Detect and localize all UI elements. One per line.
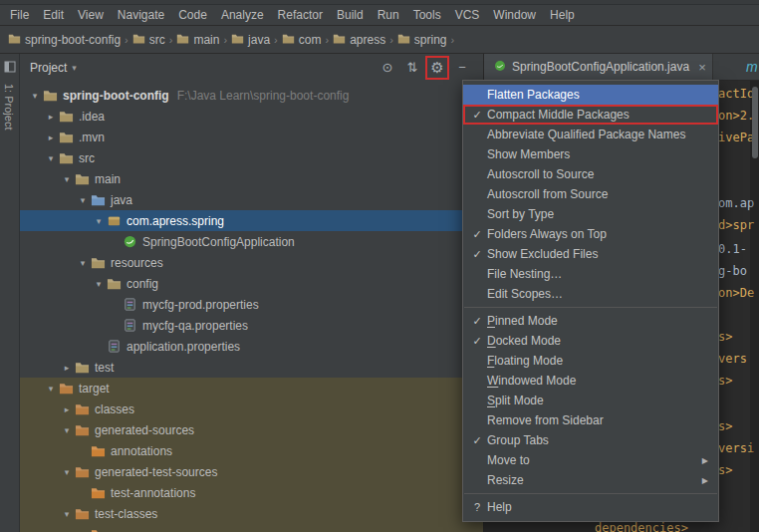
tree-item-idea[interactable]: ▸.idea	[20, 106, 483, 127]
breadcrumb-item-main[interactable]: main	[176, 32, 219, 48]
chevron-expanded-icon[interactable]: ▾	[76, 195, 90, 205]
menu-item-flatten-packages[interactable]: Flatten Packages	[463, 85, 718, 105]
menu-item-windowed-mode[interactable]: Windowed Mode	[463, 371, 718, 391]
breadcrumb-item-spring[interactable]: spring	[397, 32, 447, 48]
tree-item-annotations[interactable]: annotations	[20, 440, 483, 461]
locate-file-icon[interactable]: ⊙	[379, 59, 396, 77]
menu-item-floating-mode[interactable]: Floating Mode	[463, 351, 718, 371]
menu-item-group-tabs[interactable]: ✓Group Tabs	[463, 430, 718, 450]
gear-icon[interactable]: ⚙	[428, 59, 446, 77]
chevron-expanded-icon[interactable]: ▾	[60, 467, 74, 477]
menu-item-split-mode[interactable]: Split Mode	[463, 391, 718, 410]
folder-icon	[397, 32, 410, 48]
chevron-expanded-icon[interactable]: ▾	[44, 153, 58, 163]
menu-item-autoscroll-from-source[interactable]: Autoscroll from Source	[463, 184, 718, 204]
collapse-all-icon[interactable]: ⇅	[403, 59, 421, 77]
menubar-item-analyze[interactable]: Analyze	[214, 6, 271, 24]
breadcrumb-item-src[interactable]: src	[132, 32, 165, 48]
code-fragment: on>2.	[718, 109, 754, 123]
tree-item-generated-sources[interactable]: ▾generated-sources	[20, 419, 483, 440]
project-tree: ▾spring-boot-configF:\Java Learn\spring-…	[20, 81, 483, 532]
close-icon[interactable]: ×	[698, 60, 706, 75]
menu-item-edit-scopes[interactable]: Edit Scopes…	[463, 284, 718, 304]
chevron-expanded-icon[interactable]: ▾	[28, 91, 42, 101]
chevron-collapsed-icon[interactable]: ▸	[44, 112, 58, 122]
menubar-item-window[interactable]: Window	[486, 6, 543, 24]
tree-item-path: F:\Java Learn\spring-boot-config	[177, 89, 350, 103]
menubar-item-file[interactable]: File	[3, 6, 36, 24]
breadcrumb-item-java[interactable]: java	[231, 32, 270, 48]
tree-item-partial[interactable]	[20, 524, 483, 532]
menu-item-show-members[interactable]: Show Members	[463, 144, 718, 164]
tree-item-com-apress-spring[interactable]: ▾com.apress.spring	[20, 210, 483, 231]
menubar-item-refactor[interactable]: Refactor	[271, 6, 330, 24]
tree-item-test-annotations[interactable]: test-annotations	[20, 482, 483, 503]
hide-panel-icon[interactable]: −	[453, 59, 471, 77]
folder-icon	[74, 360, 90, 376]
tree-item-resources[interactable]: ▾resources	[20, 252, 483, 273]
menubar-item-view[interactable]: View	[71, 6, 111, 24]
menu-item-autoscroll-to-source[interactable]: Autoscroll to Source	[463, 164, 718, 184]
project-panel-title[interactable]: Project	[30, 61, 67, 75]
breadcrumb-item-com[interactable]: com	[282, 32, 322, 48]
chevron-expanded-icon[interactable]: ▾	[92, 279, 106, 289]
tree-item-classes[interactable]: ▸classes	[20, 399, 483, 419]
tree-item-label: test-classes	[95, 507, 157, 521]
tree-item-springbootconfigapplication[interactable]: SpringBootConfigApplication	[20, 231, 483, 252]
tree-item-mvn[interactable]: ▸.mvn	[20, 127, 483, 147]
folder-icon	[42, 88, 58, 104]
tree-item-label: target	[79, 382, 110, 396]
tab-pom[interactable]: m	[743, 54, 759, 80]
chevron-expanded-icon[interactable]: ▾	[60, 174, 74, 184]
scrollbar-thumb[interactable]	[752, 87, 758, 158]
chevron-collapsed-icon[interactable]: ▸	[44, 133, 58, 142]
tree-item-config[interactable]: ▾config	[20, 273, 483, 294]
menu-item-help[interactable]: ?Help	[463, 497, 718, 517]
tree-item-mycfg-prod-properties[interactable]: mycfg-prod.properties	[20, 294, 483, 315]
tree-item-java[interactable]: ▾java	[20, 189, 483, 210]
tree-item-mycfg-qa-properties[interactable]: mycfg-qa.properties	[20, 315, 483, 336]
menu-item-move-to[interactable]: Move to▶	[463, 450, 718, 470]
tree-item-generated-test-sources[interactable]: ▾generated-test-sources	[20, 461, 483, 482]
chevron-collapsed-icon[interactable]: ▸	[60, 404, 74, 414]
menu-item-pinned-mode[interactable]: ✓Pinned Mode	[463, 311, 718, 331]
menu-item-docked-mode[interactable]: ✓Docked Mode	[463, 331, 718, 351]
chevron-expanded-icon[interactable]: ▾	[76, 258, 90, 268]
tool-window-stripe-label[interactable]: 1: Project	[3, 84, 15, 130]
menu-item-show-excluded-files[interactable]: ✓Show Excluded Files	[463, 244, 718, 264]
menubar-item-run[interactable]: Run	[371, 6, 406, 24]
breadcrumb-item-apress[interactable]: apress	[333, 32, 385, 48]
menu-item-folders-always-on-top[interactable]: ✓Folders Always on Top	[463, 224, 718, 244]
menu-item-resize[interactable]: Resize▶	[463, 470, 718, 490]
menu-item-compact-middle-packages[interactable]: ✓Compact Middle Packages	[463, 105, 718, 125]
tree-item-label: mycfg-prod.properties	[142, 298, 259, 312]
tree-item-src[interactable]: ▾src	[20, 147, 483, 168]
menubar-item-navigate[interactable]: Navigate	[111, 6, 171, 24]
tree-item-main[interactable]: ▾main	[20, 168, 483, 189]
tree-item-application-properties[interactable]: application.properties	[20, 336, 483, 357]
chevron-collapsed-icon[interactable]: ▸	[60, 363, 74, 373]
chevron-expanded-icon[interactable]: ▾	[60, 425, 74, 435]
menu-item-sort-by-type[interactable]: Sort by Type	[463, 204, 718, 224]
menubar-item-vcs[interactable]: VCS	[448, 6, 487, 24]
code-fragment: on>De	[718, 286, 754, 300]
tree-item-spring-boot-config[interactable]: ▾spring-boot-configF:\Java Learn\spring-…	[20, 85, 483, 106]
menu-item-remove-from-sidebar[interactable]: Remove from Sidebar	[463, 410, 718, 430]
chevron-expanded-icon[interactable]: ▾	[60, 509, 74, 519]
menubar-item-help[interactable]: Help	[543, 6, 582, 24]
menubar-item-build[interactable]: Build	[330, 6, 371, 24]
menu-item-abbreviate-qualified-package-names[interactable]: Abbreviate Qualified Package Names	[463, 125, 718, 144]
editor-scrollbar[interactable]	[750, 81, 759, 532]
menubar-item-tools[interactable]: Tools	[406, 6, 448, 24]
tree-item-test-classes[interactable]: ▾test-classes	[20, 503, 483, 524]
tree-item-target[interactable]: ▾target	[20, 378, 483, 399]
chevron-expanded-icon[interactable]: ▾	[44, 384, 58, 394]
menubar-item-edit[interactable]: Edit	[36, 6, 71, 24]
tree-item-test[interactable]: ▸test	[20, 357, 483, 378]
menubar-item-code[interactable]: Code	[171, 6, 214, 24]
breadcrumb-item-spring-boot-config[interactable]: spring-boot-config	[8, 32, 121, 48]
project-tool-window-icon[interactable]	[4, 61, 16, 73]
menu-item-file-nesting[interactable]: File Nesting…	[463, 264, 718, 284]
chevron-expanded-icon[interactable]: ▾	[92, 216, 106, 226]
tab-springbootconfigapplication[interactable]: SpringBootConfigApplication.java ×	[484, 54, 713, 80]
